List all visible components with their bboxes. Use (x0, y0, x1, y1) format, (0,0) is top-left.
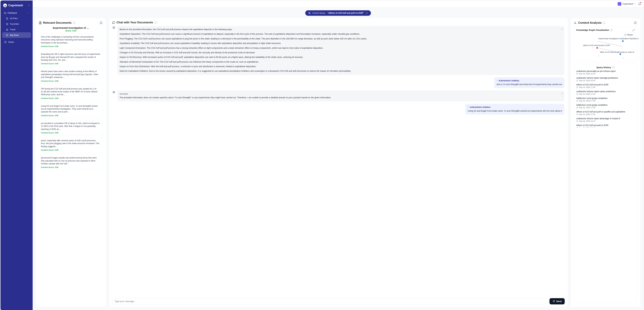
sidebar-item-all-files[interactable]: All Files (2, 16, 31, 21)
document-card[interactable]: Using N2 and Eagle Ford shale cores, Yu … (39, 103, 103, 118)
doc-excerpt: OR during the CO2 huff-and-puff process … (41, 88, 100, 96)
chat-input[interactable] (112, 298, 548, 304)
sidebar-collapse-icon[interactable] (28, 4, 30, 6)
sidebar-item-trash[interactable]: Trash (2, 27, 31, 32)
history-time: Sep 18, 2024 15:22 (576, 120, 635, 122)
user-name: Cognistash (622, 2, 633, 5)
brand-name: Cognistash (8, 4, 23, 7)
document-card[interactable]: (processed image) sample was picked amon… (39, 154, 103, 170)
document-card[interactable]: Evaluating the OR in tight resources was… (39, 51, 103, 66)
history-time: Sep 18, 2024 17:26 (576, 113, 635, 115)
send-button[interactable]: Send (550, 298, 565, 304)
main-content: Cognistash Current Query: "effects of cO… (33, 0, 644, 310)
info-icon[interactable]: i (610, 29, 613, 31)
svg-line-26 (633, 30, 634, 31)
user-message: ❝SUDHANSHU DABRAL Using N2 and Eagle For… (112, 104, 564, 115)
svg-rect-10 (100, 22, 102, 24)
notifications-button[interactable] (638, 2, 641, 6)
history-title: halliburton corral gorge completion (576, 104, 635, 106)
doc-excerpt: One of the challenges in extracting oil … (41, 36, 100, 44)
expand-graph-button[interactable] (632, 29, 635, 31)
document-card[interactable]: OR during the CO2 huff-and-puff process … (39, 86, 103, 101)
history-item[interactable]: effects of cO2 huff and puff on EORSep 1… (576, 84, 635, 88)
panel-expand-button[interactable] (633, 21, 638, 25)
sidebar-item-label: Trash (10, 28, 16, 31)
info-icon[interactable]: i (73, 22, 75, 24)
current-query-pill[interactable]: Current Query: "effects of cO2 huff and … (305, 10, 371, 16)
query-label: Current Query: (312, 12, 326, 14)
message-bubble: ❝SUDHANSHU DABRAL Using N2 and Eagle For… (465, 104, 564, 115)
sidebar-item-notes[interactable]: Notes (2, 39, 31, 45)
svg-point-16 (113, 92, 114, 92)
history-time: Sep 19, 2024 12:29 (576, 73, 635, 75)
doc-excerpt: psi resulted in cumulative OR of about 4… (41, 122, 100, 131)
chevron-down-icon (634, 3, 636, 5)
doc-score: Content Score: 0.85 (41, 149, 100, 151)
chevron-down-icon (27, 12, 29, 14)
info-icon[interactable]: i (612, 66, 615, 69)
graph-node[interactable] (620, 53, 621, 55)
sidebar-item-label: Big Brain (10, 34, 19, 36)
history-title: effects of cO2 huff and puff on paraffin… (576, 110, 635, 113)
graph-node[interactable] (622, 40, 624, 42)
panel-title: Chat with Your Documents (116, 21, 153, 24)
content-analysis-panel: Content Analysis i Knowledge Graph Visua… (571, 18, 640, 307)
history-item[interactable]: sudhanshu fortune report career predicti… (576, 90, 635, 95)
assistant-message: + Assistant The provided information doe… (112, 90, 564, 101)
assistant-icon (112, 26, 116, 29)
document-list[interactable]: One of the challenges in extracting oil … (39, 34, 103, 304)
history-item[interactable]: halliburton corral gorge completionSep 1… (576, 97, 635, 102)
doc-score: Content Score: 0.85 (41, 97, 100, 99)
history-item[interactable]: effects of cO2 huff and puff on paraffin… (576, 110, 635, 115)
sidebar-item-favorites[interactable]: Favorites (2, 21, 31, 27)
document-card[interactable]: Recent years have seen a few studies loo… (39, 68, 103, 84)
document-card[interactable]: pores, especially after several cycles o… (39, 137, 103, 153)
panel-expand-button[interactable] (99, 21, 103, 25)
document-card[interactable]: psi resulted in cumulative OR of about 4… (39, 120, 103, 136)
graph-node[interactable] (596, 47, 598, 49)
doc-excerpt: pores, especially after several cycles o… (41, 139, 100, 148)
graph-node-label: Experimental Investigation of Asphaltene… (598, 38, 639, 40)
doc-score: Content Score: 0.86 (41, 62, 100, 64)
user-message: ❝SUDHANSHU DABRAL who is Yu and Sheng60 … (112, 77, 564, 88)
document-icon (39, 21, 42, 24)
info-icon[interactable]: i (603, 22, 605, 24)
history-item[interactable]: effects of cO2 huff and puff on EORSep 1… (576, 124, 635, 128)
topbar: Cognistash (33, 0, 644, 7)
copy-icon (308, 12, 311, 14)
knowledge-graph[interactable]: Experimental Investigation of Asphaltene… (576, 38, 635, 60)
reset-graph-button[interactable]: Reset (622, 33, 635, 37)
history-item[interactable]: sudhanshu fortune report advantage of mu… (576, 117, 635, 122)
graph-node-label: effects of cO2 huff and puff on EOR (583, 44, 610, 46)
sidebar-item-big-brain[interactable]: Big Brain (2, 32, 31, 38)
sidebar-item-label: Favorites (10, 23, 19, 25)
user-menu[interactable]: Cognistash (618, 2, 636, 6)
add-to-notes-button[interactable]: + (561, 92, 563, 96)
history-time: Sep 18, 2024 17:53 (576, 93, 635, 95)
history-time: Sep 18, 2024 15:17 (576, 127, 635, 128)
add-to-notes-button[interactable]: + (561, 27, 563, 31)
history-list[interactable]: sudhanshu personality as per fortune rep… (576, 70, 635, 128)
chat-messages[interactable]: + Based on the provided information, the… (112, 26, 565, 296)
history-time: Sep 18, 2024 17:38 (576, 106, 635, 108)
chat-panel: Chat with Your Documents i + Based on th… (109, 18, 568, 307)
doc-score: Content Score: 0.86 (41, 80, 100, 82)
clock-icon (576, 80, 578, 82)
avatar (618, 2, 621, 6)
document-card[interactable]: One of the challenges in extracting oil … (39, 34, 103, 49)
info-icon[interactable]: i (154, 21, 157, 24)
svg-point-13 (113, 27, 114, 28)
doc-score: Content Score: 0.85 (41, 166, 100, 168)
trash-icon (6, 28, 8, 31)
chat-input-row: Send (112, 298, 565, 304)
star-icon (6, 23, 8, 25)
doc-score: Content Score: 0.85 (41, 132, 100, 134)
history-item[interactable]: sudhanshu personality as per fortune rep… (576, 70, 635, 75)
history-item[interactable]: halliburton corral gorge completionSep 1… (576, 104, 635, 108)
history-title: effects of cO2 huff and puff on EOR (576, 84, 635, 86)
sidebar-section-fileshare[interactable]: FileShare (2, 10, 31, 16)
knowledge-graph-section: Knowledge Graph Visualization i Reset (574, 26, 638, 62)
history-item[interactable]: sudhanshu fortune report marriage predic… (576, 77, 635, 82)
doc-excerpt: Using N2 and Eagle Ford shale cores, Yu … (41, 105, 100, 114)
section-title: Knowledge Graph Visualization (576, 29, 609, 31)
